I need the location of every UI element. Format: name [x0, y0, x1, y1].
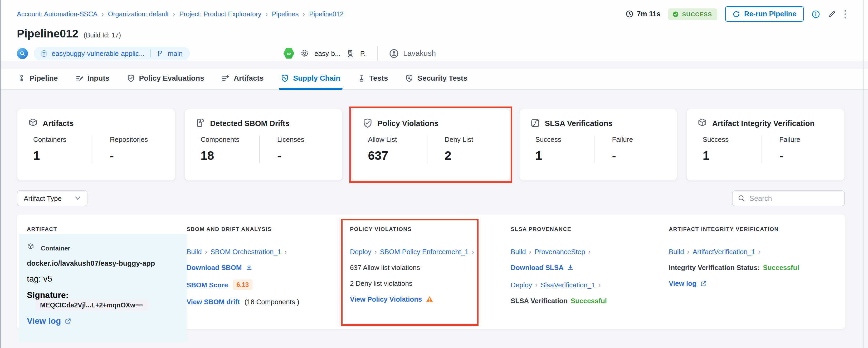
breadcrumb-separator: › [173, 10, 175, 18]
stat-components: Components 18 [195, 136, 259, 163]
card-artifacts: Artifacts Containers 1 Repositories - [17, 109, 175, 181]
stage-icon [346, 49, 354, 57]
integrity-step-link[interactable]: ArtifactVerification_1 [693, 248, 755, 256]
execution-duration: 7m 11s [626, 10, 661, 18]
cube-icon [28, 118, 38, 128]
download-icon [567, 264, 574, 271]
sbom-step-link[interactable]: SBOM Orchestration_1 [211, 248, 281, 256]
tab-pipeline[interactable]: Pipeline [17, 69, 59, 89]
filter-bar: Artifact Type [17, 190, 845, 206]
artifact-type-dropdown[interactable]: Artifact Type [17, 190, 88, 206]
refresh-icon [733, 10, 740, 18]
slsa-provenance-breadcrumb: Build› ProvenanceStep› [511, 248, 669, 256]
rerun-pipeline-button[interactable]: Re-run Pipeline [725, 6, 804, 22]
git-branch-icon [157, 50, 164, 57]
slsa-icon [530, 118, 540, 128]
slsa-step1-link[interactable]: ProvenanceStep [535, 248, 585, 256]
search-box [732, 190, 845, 206]
artifacts-table: ARTIFACT SBOM AND DRIFT ANALYSIS POLICY … [17, 214, 845, 329]
tab-artifacts[interactable]: Artifacts [221, 69, 265, 89]
info-icon[interactable] [812, 10, 820, 18]
policy-stage-link[interactable]: Deploy [350, 248, 371, 256]
slsa-stage1-link[interactable]: Build [511, 248, 526, 256]
inputs-icon [75, 74, 83, 82]
column-header-artifact: ARTIFACT [17, 226, 187, 232]
sbom-score-link[interactable]: SBOM Score [187, 281, 228, 289]
slsa-stage2-link[interactable]: Deploy [511, 281, 532, 289]
shield-check-icon [127, 74, 135, 82]
stat-repositories: Repositories - [92, 136, 164, 163]
repo-name: easybuggy-vulnerable-applic... [52, 49, 145, 57]
trigger-pipeline-name[interactable]: easy-b... [314, 49, 341, 57]
user-name: Lavakush [403, 49, 436, 57]
external-link-icon [700, 280, 707, 287]
column-header-integrity: ARTIFACT INTEGRITY VERIFICATION [669, 226, 845, 232]
stat-integrity-success: Success 1 [698, 136, 762, 163]
tab-inputs[interactable]: Inputs [74, 69, 111, 89]
execution-tabs: Pipeline Inputs Policy Evaluations Artif… [1, 69, 868, 90]
stat-deny-list: Deny List 2 [427, 136, 499, 163]
check-circle-icon [673, 11, 679, 17]
top-bar: Account: Automation-SSCA› Organization: … [1, 0, 868, 61]
signature-value[interactable]: MEQCICde2Vjl...L+2+mqnOXw== [35, 299, 148, 311]
breadcrumb-project[interactable]: Project: Product Exploratory [179, 10, 261, 18]
slsa-verification-breadcrumb: Deploy› SlsaVerification_1› [511, 281, 669, 289]
tab-security-tests[interactable]: Security Tests [404, 69, 468, 89]
integrity-stage-link[interactable]: Build [669, 248, 684, 256]
sbom-stage-link[interactable]: Build [187, 248, 202, 256]
warning-icon [426, 296, 433, 303]
breadcrumb-separator: › [102, 10, 104, 18]
signature-label: Signature: [27, 291, 68, 299]
supply-chain-page: Account: Automation-SSCA› Organization: … [0, 0, 868, 348]
search-input[interactable] [749, 194, 839, 202]
download-icon [245, 264, 252, 271]
breadcrumb-pipelines[interactable]: Pipelines [272, 10, 299, 18]
view-sbom-drift-link[interactable]: View SBOM drift [187, 298, 240, 306]
status-badge: SUCCESS [669, 8, 717, 20]
slsa-verification-label: SLSA Verification [511, 297, 567, 305]
tab-tests[interactable]: Tests [356, 69, 389, 89]
user-avatar-icon [390, 49, 398, 58]
more-options-icon[interactable] [844, 9, 847, 19]
summary-cards: Artifacts Containers 1 Repositories - [17, 109, 845, 181]
webhook-trigger-icon: ∞ [283, 48, 294, 59]
artifact-type-label: Container [41, 245, 70, 252]
download-slsa-link[interactable]: Download SLSA [511, 264, 574, 271]
slsa-verification-status: Successful [571, 297, 607, 305]
sbom-step-breadcrumb: Build› SBOM Orchestration_1› [187, 248, 350, 256]
page-title: Pipeline012 [17, 27, 78, 40]
breadcrumb-account[interactable]: Account: Automation-SSCA [17, 10, 97, 18]
download-sbom-link[interactable]: Download SBOM [187, 264, 252, 271]
view-log-link[interactable]: View log [27, 316, 71, 326]
card-artifact-integrity: Artifact Integrity Verification Success … [686, 109, 845, 181]
artifact-cell: Container docker.io/lavakush07/easy-bugg… [19, 234, 187, 342]
column-header-sbom: SBOM AND DRIFT ANALYSIS [187, 226, 350, 232]
column-header-policy-violations: POLICY VIOLATIONS [350, 226, 511, 232]
pipeline-icon [18, 74, 25, 82]
tab-policy-evaluations[interactable]: Policy Evaluations [126, 69, 205, 89]
stat-allow-list: Allow List 637 [363, 136, 427, 163]
supply-chain-shield-icon [281, 74, 289, 82]
card-slsa-verifications: SLSA Verifications Success 1 Failure - [519, 109, 678, 181]
policy-step-link[interactable]: SBOM Policy Enforcement_1 [380, 248, 469, 256]
policy-violations-cell: Deploy› SBOM Policy Enforcement_1› 637 A… [350, 232, 511, 344]
branch-label: main [168, 49, 183, 57]
column-header-slsa-provenance: SLSA PROVENANCE [511, 226, 669, 232]
breadcrumb-organization[interactable]: Organization: default [108, 10, 169, 18]
list-plus-icon [222, 74, 229, 82]
breadcrumb-pipeline012[interactable]: Pipeline012 [309, 10, 344, 18]
build-id: (Build Id: 17) [84, 32, 121, 39]
tab-supply-chain[interactable]: Supply Chain [280, 69, 341, 89]
integrity-step-breadcrumb: Build› ArtifactVerification_1› [669, 248, 845, 256]
stat-integrity-failure: Failure - [762, 136, 834, 163]
repo-chip[interactable]: easybuggy-vulnerable-applic... main [34, 47, 189, 60]
view-policy-violations-link[interactable]: View Policy Violations [350, 295, 433, 303]
artifact-tag: tag: v5 [27, 274, 179, 284]
view-log-link[interactable]: View log [669, 280, 707, 287]
divider [151, 49, 151, 57]
drift-components-note: (18 Components ) [245, 298, 299, 306]
slsa-step2-link[interactable]: SlsaVerification_1 [541, 281, 595, 289]
edit-icon[interactable] [828, 10, 836, 18]
policy-step-breadcrumb: Deploy› SBOM Policy Enforcement_1› [350, 248, 511, 256]
breadcrumb: Account: Automation-SSCA› Organization: … [17, 10, 344, 18]
